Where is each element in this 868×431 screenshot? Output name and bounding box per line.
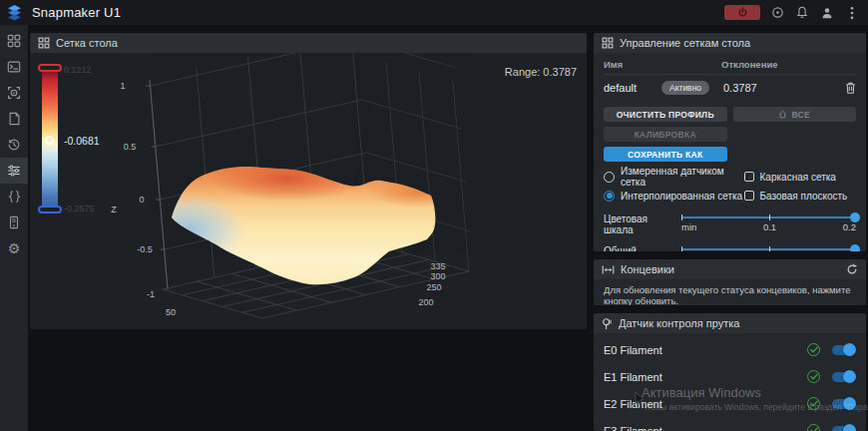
emergency-stop-button[interactable] [724, 5, 760, 20]
color-scale-label: Цветовая шкала [604, 213, 671, 235]
sidebar-item-dashboard[interactable] [0, 28, 28, 54]
status-ok-icon [807, 370, 820, 383]
mesh-profile-row[interactable]: default Активно 0.3787 [604, 75, 856, 101]
bed-mesh-plot-area[interactable]: Range: 0.3787 [30, 53, 587, 329]
snapmaker-logo [0, 5, 28, 21]
sidebar-item-tune[interactable] [0, 158, 28, 184]
endstops-description: Для обновления текущего статуса концевик… [594, 279, 866, 305]
sidebar: ⚙ [0, 25, 28, 431]
filament-e3-toggle[interactable] [832, 426, 854, 431]
checkbox-icon [744, 172, 754, 182]
profile-name: default [604, 82, 661, 94]
sidebar-item-camera[interactable] [0, 80, 28, 106]
sidebar-item-history[interactable] [0, 132, 28, 158]
y-tick-200: 200 [418, 297, 433, 307]
profile-deviation: 0.3787 [721, 82, 836, 94]
filament-sensor-icon [602, 317, 613, 330]
colorbar-mid-handle[interactable] [45, 136, 54, 145]
global-scale-slider-row: Общий масштаб 1.0 1.5 2.0 [604, 244, 856, 251]
mesh-manage-panel-title: Управление сеткам стола [620, 37, 750, 49]
dashboard-icon [7, 34, 21, 48]
sidebar-item-console[interactable] [0, 54, 28, 80]
y-tick-335: 335 [430, 261, 445, 271]
filament-row-e0: E0 Filament [604, 336, 856, 363]
status-ok-icon [807, 343, 820, 356]
refresh-endstops-button[interactable] [846, 263, 858, 275]
machine-icon [8, 216, 20, 229]
filament-e0-toggle[interactable] [832, 345, 854, 355]
mesh-manage-panel-header: Управление сеткам стола [594, 33, 866, 53]
column-name: Имя [604, 59, 721, 70]
delete-profile-button[interactable] [845, 82, 856, 94]
active-badge: Активно [661, 81, 709, 95]
user-icon[interactable] [819, 5, 835, 21]
filament-sensor-panel: Датчик контроля прутка E0 Filament E1 Fi… [594, 313, 866, 431]
z-tick-0: 0 [139, 195, 144, 205]
filament-row-e3: E3 Filament [604, 417, 856, 431]
status-ok-icon [807, 397, 820, 410]
colorbar-max-handle[interactable] [38, 64, 62, 72]
all-button[interactable]: ВСЕ [733, 107, 857, 122]
topbar: Snapmaker U1 [0, 0, 868, 25]
radio-icon [604, 191, 615, 202]
bell-icon[interactable] [794, 5, 810, 21]
endstops-panel: Концевики Для обновления текущего статус… [594, 259, 866, 305]
z-axis-label: Z [111, 205, 117, 215]
code-braces-icon [7, 190, 22, 204]
home-icon [778, 110, 787, 119]
filament-e2-toggle[interactable] [832, 399, 854, 409]
filament-row-e1: E1 Filament [604, 363, 856, 390]
trash-icon [845, 82, 856, 94]
grid-icon [38, 37, 50, 49]
kebab-menu-icon[interactable] [844, 5, 860, 21]
checkbox-flat-plane[interactable]: Базовая плоскость [744, 188, 856, 204]
sidebar-item-machine[interactable] [0, 210, 28, 235]
mesh-table-header: Имя Отклонение [604, 54, 856, 75]
grid-icon [602, 37, 614, 49]
console-icon [7, 60, 21, 74]
sidebar-item-files[interactable] [0, 106, 28, 132]
z-tick-1: 1 [120, 81, 125, 91]
global-scale-slider[interactable] [681, 248, 856, 250]
color-scale-slider-handle[interactable] [850, 213, 860, 222]
filament-panel-title: Датчик контроля прутка [619, 317, 739, 329]
filament-row-e2: E2 Filament [604, 390, 856, 417]
color-scale-slider[interactable] [681, 216, 856, 218]
radio-icon [604, 172, 615, 183]
z-tick-neg05: -0.5 [137, 244, 153, 254]
z-tick-neg1: -1 [147, 289, 155, 299]
bed-mesh-panel-header: Сетка стола [30, 33, 587, 53]
history-icon [7, 138, 21, 152]
colorbar-min-label: -0.2575 [64, 204, 95, 214]
clear-profile-button[interactable]: ОЧИСТИТЬ ПРОФИЛЬ [604, 107, 727, 122]
calibrate-button[interactable]: КАЛИБРОВКА [604, 127, 727, 142]
save-as-button[interactable]: СОХРАНИТЬ КАК [604, 147, 727, 162]
column-deviation: Отклонение [721, 59, 836, 70]
tune-sliders-icon [7, 164, 21, 178]
global-scale-slider-handle[interactable] [850, 244, 860, 251]
sidebar-item-macros[interactable] [0, 184, 28, 210]
mesh-manage-panel: Управление сеткам стола Имя Отклонение d… [594, 33, 866, 251]
filament-e1-toggle[interactable] [832, 372, 854, 382]
z-tick-05: 0.5 [124, 142, 137, 152]
endstops-panel-title: Концевики [621, 263, 674, 275]
bed-mesh-panel-title: Сетка стола [56, 37, 118, 49]
checkbox-icon [744, 191, 754, 201]
camera-icon [7, 86, 21, 100]
radio-interpolated-mesh[interactable]: Интерполированная сетка [604, 188, 744, 204]
bed-mesh-panel: Сетка стола Range: 0.3787 [30, 33, 587, 329]
bed-mesh-3d-plot[interactable] [30, 53, 587, 329]
target-circle-icon[interactable] [769, 5, 785, 21]
colorbar-min-handle[interactable] [38, 206, 62, 214]
app-title: Snapmaker U1 [32, 5, 121, 20]
colorbar-max-label: 0.1212 [64, 65, 92, 75]
refresh-icon [846, 263, 858, 275]
radio-probed-mesh[interactable]: Измеренная датчиком сетка [604, 169, 744, 185]
status-ok-icon [807, 424, 820, 431]
checkbox-wireframe[interactable]: Каркасная сетка [744, 169, 856, 185]
x-tick-50: 50 [166, 307, 176, 317]
power-icon [737, 7, 748, 18]
colorbar-mid-label: -0.0681 [64, 135, 100, 147]
file-icon [8, 112, 21, 126]
sidebar-item-settings[interactable]: ⚙ [0, 235, 28, 261]
